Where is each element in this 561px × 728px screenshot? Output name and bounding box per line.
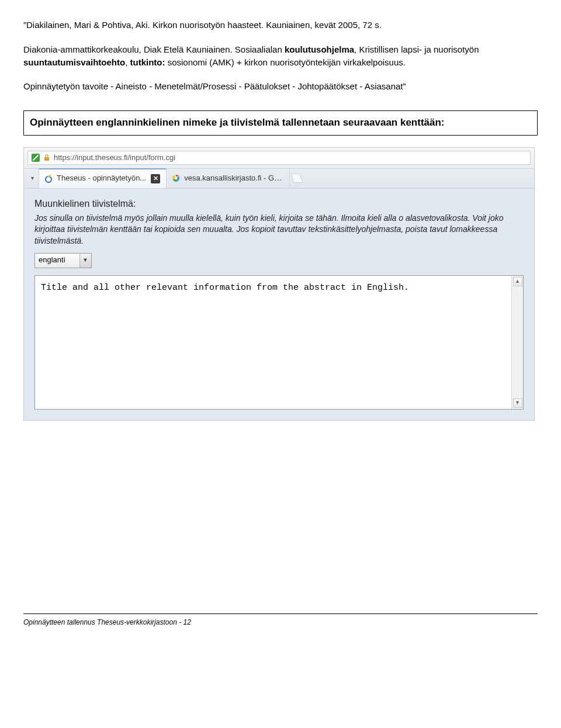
svg-rect-0 [44,157,49,161]
instruction-banner: Opinnäytteen englanninkielinen nimeke ja… [23,110,538,136]
textarea-value: Title and all other relevant information… [41,282,508,295]
form-page: Muunkielinen tiivistelmä: Jos sinulla on… [24,189,534,420]
ie-favicon-icon [44,174,53,183]
tab-title: vesa.kansalliskirjasto.fi - Go... [184,173,283,184]
select-dropdown-button[interactable]: ▼ [79,254,91,268]
address-bar: https://input.theseus.fi/input/form.cgi [24,148,534,169]
scroll-up-button[interactable]: ▲ [513,277,522,286]
ie-compat-icon [32,154,40,162]
document-text-block: ”Diakilainen, Mari & Pohtiva, Aki. Kirko… [23,19,538,93]
abstract-textarea[interactable]: Title and all other relevant information… [34,275,524,410]
select-value: englanti [39,255,79,266]
url-field[interactable]: https://input.theseus.fi/input/form.cgi [27,151,531,165]
tab-overflow-button[interactable]: ▾ [26,169,39,188]
scrollbar[interactable]: ▲ ▼ [511,276,523,409]
p1-text: ”Diakilainen, Mari & Pohtiva, Aki. Kirko… [23,20,382,30]
page-footer: Opinnäytteen tallennus Theseus-verkkokir… [23,613,538,628]
lock-icon [43,154,50,162]
new-tab-icon [291,174,303,183]
field-label: Muunkielinen tiivistelmä: [34,197,524,210]
paragraph-3: Opinnäytetyön tavoite - Aineisto - Menet… [23,80,538,93]
new-tab-button[interactable] [290,169,304,188]
svg-point-1 [46,176,51,182]
tab-strip: ▾ Theseus - opinnäytetyön... ✕ vesa.kans… [24,169,534,189]
tab-vesa[interactable]: vesa.kansalliskirjasto.fi - Go... [167,169,290,188]
field-help-text: Jos sinulla on tiivistelmä myös jollain … [34,213,524,247]
google-favicon-icon [171,174,181,183]
paragraph-2: Diakonia-ammattikorkeakoulu, Diak Etelä … [23,43,538,69]
tab-title: Theseus - opinnäytetyön... [57,173,146,184]
chevron-down-icon: ▾ [31,174,34,183]
tab-close-button[interactable]: ✕ [151,174,160,183]
tab-theseus[interactable]: Theseus - opinnäytetyön... ✕ [39,168,167,188]
url-text: https://input.theseus.fi/input/form.cgi [54,152,175,164]
paragraph-1: ”Diakilainen, Mari & Pohtiva, Aki. Kirko… [23,19,538,32]
scroll-down-button[interactable]: ▼ [513,398,522,408]
language-select[interactable]: englanti ▼ [34,253,92,268]
browser-window: https://input.theseus.fi/input/form.cgi … [23,147,535,421]
svg-point-2 [175,177,178,180]
